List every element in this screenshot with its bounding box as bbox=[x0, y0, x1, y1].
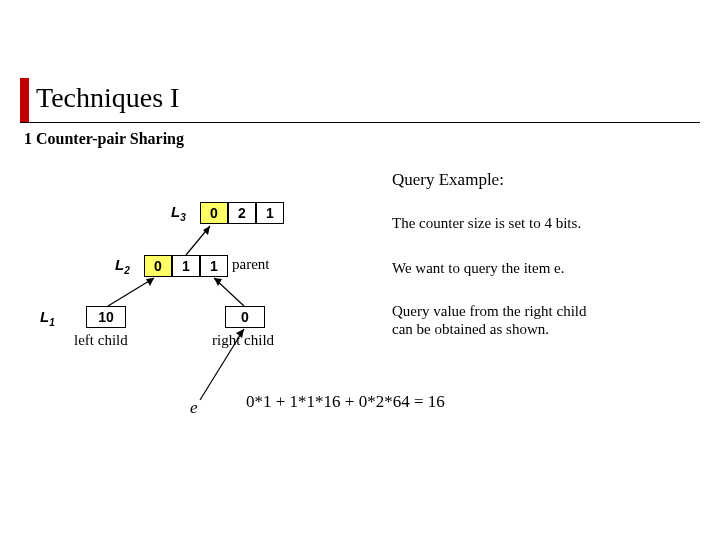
annot-parent: parent bbox=[232, 256, 269, 273]
svg-line-2 bbox=[108, 278, 154, 306]
level-L1-letter: L bbox=[40, 308, 49, 325]
label-right-child: right child bbox=[212, 332, 274, 349]
note-right-child-a: Query value from the right child bbox=[392, 303, 587, 320]
svg-marker-3 bbox=[146, 278, 154, 286]
item-e-label: e bbox=[190, 398, 198, 418]
level-label-L1: L1 bbox=[40, 308, 55, 328]
L2-cell-2: 1 bbox=[200, 255, 228, 277]
svg-marker-5 bbox=[214, 278, 222, 286]
L1-left-cell: 10 bbox=[86, 306, 126, 328]
note-query-item: We want to query the item e. bbox=[392, 260, 565, 277]
level-L1-sub: 1 bbox=[49, 317, 55, 328]
heading-query-example: Query Example: bbox=[392, 170, 504, 190]
label-left-child: left child bbox=[74, 332, 128, 349]
section-subtitle: 1 Counter-pair Sharing bbox=[24, 130, 184, 148]
level-label-L2: L2 bbox=[115, 256, 130, 276]
level-L2-sub: 2 bbox=[124, 265, 130, 276]
L2-cell-1: 1 bbox=[172, 255, 200, 277]
L1-right-cell: 0 bbox=[225, 306, 265, 328]
note-counter-size: The counter size is set to 4 bits. bbox=[392, 215, 581, 232]
level-L3-sub: 3 bbox=[180, 212, 186, 223]
page-title: Techniques I bbox=[36, 82, 179, 114]
L3-cell-0: 0 bbox=[200, 202, 228, 224]
L2-cell-0: 0 bbox=[144, 255, 172, 277]
svg-marker-1 bbox=[203, 226, 210, 235]
L3-cell-1: 2 bbox=[228, 202, 256, 224]
level-L3-letter: L bbox=[171, 203, 180, 220]
svg-line-0 bbox=[186, 226, 210, 255]
note-right-child-b: can be obtained as shown. bbox=[392, 321, 549, 338]
level-L2-letter: L bbox=[115, 256, 124, 273]
horizontal-rule bbox=[20, 122, 700, 123]
formula-text: 0*1 + 1*1*16 + 0*2*64 = 16 bbox=[246, 392, 445, 412]
arrows-svg bbox=[0, 0, 720, 540]
level-label-L3: L3 bbox=[171, 203, 186, 223]
svg-line-4 bbox=[214, 278, 244, 306]
accent-bar bbox=[20, 78, 29, 122]
L3-cell-2: 1 bbox=[256, 202, 284, 224]
